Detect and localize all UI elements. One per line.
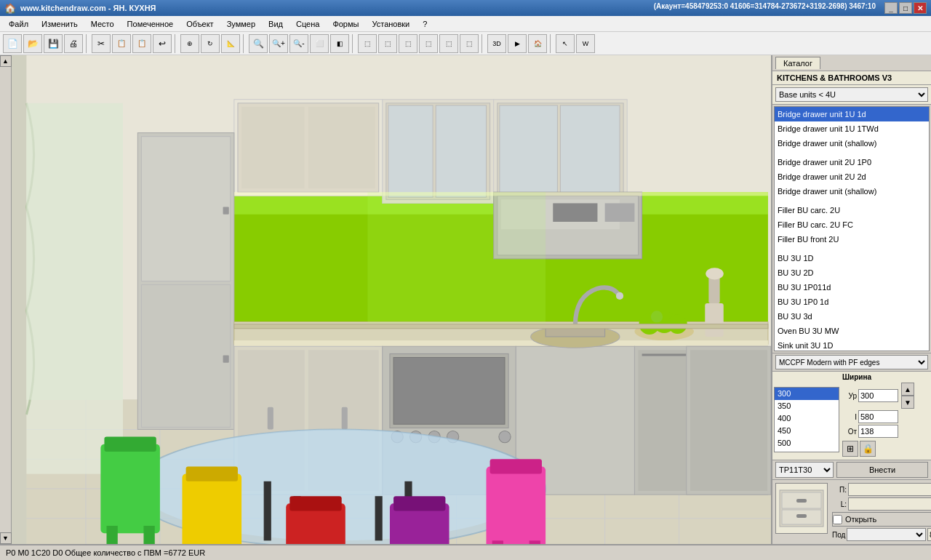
- scroll-down[interactable]: ▼: [0, 532, 12, 544]
- window-controls[interactable]: (Акаунт=458479253:0 41606=314784-273672+…: [654, 2, 927, 14]
- ur-row: Ур ▲ ▼: [842, 383, 914, 409]
- menu-edit[interactable]: Изменить: [36, 18, 84, 30]
- tb-new[interactable]: 📄: [3, 34, 22, 53]
- l-input[interactable]: [848, 497, 931, 511]
- dim-btn2[interactable]: 🔒: [860, 441, 876, 457]
- open-button[interactable]: Открыть: [832, 512, 931, 527]
- tb-copy[interactable]: 📋: [112, 34, 131, 53]
- ot-input[interactable]: [858, 425, 898, 438]
- menu-settings[interactable]: Установки: [366, 18, 415, 30]
- pod-value[interactable]: [927, 528, 931, 541]
- dim-item[interactable]: 350: [775, 400, 839, 412]
- menu-marked[interactable]: Помеченное: [121, 18, 180, 30]
- i-input[interactable]: [858, 410, 898, 423]
- menu-view[interactable]: Вид: [263, 18, 289, 30]
- tb-paste[interactable]: 📋: [132, 34, 151, 53]
- svg-rect-24: [241, 107, 305, 188]
- tb-render[interactable]: ▶: [508, 34, 527, 53]
- dim-item[interactable]: 600: [775, 449, 839, 452]
- menu-zoom[interactable]: Зуммер: [221, 18, 261, 30]
- list-item[interactable]: Filler BU front 2U: [775, 232, 929, 247]
- tb-view5[interactable]: ⬚: [460, 34, 479, 53]
- menu-place[interactable]: Место: [85, 18, 120, 30]
- viewport[interactable]: front ZU: [12, 55, 771, 544]
- menu-object[interactable]: Объект: [180, 18, 219, 30]
- ur-down[interactable]: ▼: [901, 396, 914, 409]
- list-item[interactable]: BU 3U 1P011d: [775, 280, 929, 295]
- style-select[interactable]: МССРF Modern with PF edges: [775, 355, 928, 369]
- pod-label: Под: [832, 531, 845, 539]
- tb-cursor[interactable]: ↖: [556, 34, 575, 53]
- catalog-tab[interactable]: Каталог: [775, 57, 820, 69]
- list-item[interactable]: Bridge drawer unit 1U 1TWd: [775, 121, 929, 136]
- p-row: П:: [832, 483, 931, 496]
- menu-file[interactable]: Файл: [3, 18, 34, 30]
- sep1: [86, 34, 89, 53]
- list-item[interactable]: Filler BU carc. 2U FC: [775, 217, 929, 232]
- insert-button[interactable]: Внести: [836, 462, 928, 478]
- svg-rect-50: [234, 340, 768, 346]
- tb-zoom-out[interactable]: 🔍-: [289, 34, 308, 53]
- list-item[interactable]: Bridge drawer unit (shallow): [775, 184, 929, 199]
- menu-scene[interactable]: Сцена: [290, 18, 325, 30]
- dim-item[interactable]: 300: [775, 388, 839, 400]
- tb-view1[interactable]: ⬚: [378, 34, 397, 53]
- ur-input[interactable]: [858, 389, 898, 402]
- open-checkbox[interactable]: [833, 515, 842, 524]
- list-item[interactable]: Filler BU carc. 2U: [775, 203, 929, 217]
- dim-item[interactable]: 500: [775, 437, 839, 449]
- tb-open[interactable]: 📂: [23, 34, 42, 53]
- menu-help[interactable]: ?: [417, 18, 433, 30]
- list-item[interactable]: BU 3U 1P0 1d: [775, 295, 929, 309]
- svg-rect-99: [490, 459, 542, 473]
- scroll-up[interactable]: ▲: [0, 55, 12, 67]
- tb-text[interactable]: W: [576, 34, 595, 53]
- tb-zoom-rect[interactable]: ⬜: [310, 34, 329, 53]
- tb-zoom-in[interactable]: 🔍+: [269, 34, 288, 53]
- svg-rect-91: [186, 466, 238, 481]
- filter-select[interactable]: Base units < 4U: [775, 87, 928, 102]
- tb-view4[interactable]: ⬚: [439, 34, 458, 53]
- list-item[interactable]: BU 3U 1D: [775, 251, 929, 265]
- tb-view2[interactable]: ⬚: [399, 34, 417, 53]
- tb-undo[interactable]: ↩: [153, 34, 172, 53]
- tb-walk[interactable]: 🏠: [528, 34, 547, 53]
- p-input[interactable]: [848, 483, 931, 496]
- tb-print[interactable]: 🖨: [64, 34, 83, 53]
- list-item[interactable]: Oven BU 3U MW: [775, 324, 929, 338]
- tb-zoom-prev[interactable]: ◧: [330, 34, 349, 53]
- insert-select[interactable]: ТР11Т30: [775, 462, 834, 478]
- list-item[interactable]: Bridge drawer unit 2U 2d: [775, 169, 929, 184]
- list-item[interactable]: Sink unit 3U 1D: [775, 338, 929, 351]
- minimize-button[interactable]: _: [884, 2, 898, 14]
- left-scroll: ▲ ▼: [0, 55, 12, 544]
- tb-move[interactable]: ⊕: [180, 34, 199, 53]
- title-bar: 🏠 www.kitchendraw.com - ЯН. КУХНЯ (Акаун…: [0, 0, 931, 16]
- tb-cut[interactable]: ✂: [92, 34, 111, 53]
- pod-select[interactable]: [847, 528, 926, 541]
- list-item[interactable]: Bridge drawer unit 2U 1P0: [775, 155, 929, 169]
- tb-zoom-fit[interactable]: 🔍: [249, 34, 268, 53]
- ur-up[interactable]: ▲: [901, 383, 914, 396]
- list-item[interactable]: Bridge drawer unit (shallow): [775, 136, 929, 151]
- list-item[interactable]: BU 3U 3d: [775, 309, 929, 324]
- dim-item[interactable]: 400: [775, 412, 839, 425]
- list-item[interactable]: BU 3U 2D: [775, 265, 929, 280]
- tb-save[interactable]: 💾: [44, 34, 63, 53]
- tb-select[interactable]: ⬚: [358, 34, 377, 53]
- close-button[interactable]: ✕: [914, 2, 927, 14]
- svg-rect-30: [223, 355, 229, 362]
- scroll-track: [0, 67, 11, 532]
- tb-3d[interactable]: 3D: [487, 34, 506, 53]
- restore-button[interactable]: □: [899, 2, 912, 14]
- list-item[interactable]: Bridge drawer unit 1U 1d: [775, 107, 929, 121]
- tb-measure[interactable]: 📐: [221, 34, 240, 53]
- tb-rotate[interactable]: ↻: [201, 34, 220, 53]
- svg-point-71: [616, 292, 623, 300]
- dim-item[interactable]: 450: [775, 425, 839, 437]
- dim-width-list[interactable]: 300350400450500600: [774, 387, 839, 452]
- item-list[interactable]: Bridge drawer unit 1U 1dBridge drawer un…: [774, 106, 930, 351]
- tb-view3[interactable]: ⬚: [419, 34, 438, 53]
- dim-btn1[interactable]: ⊞: [842, 441, 858, 457]
- menu-forms[interactable]: Формы: [327, 18, 364, 30]
